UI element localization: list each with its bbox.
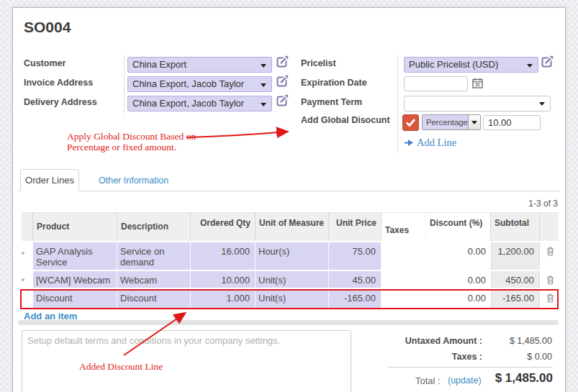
add-line-link[interactable]: Add Line	[417, 137, 456, 149]
pager: 1-3 of 3	[432, 199, 558, 209]
chevron-down-icon	[261, 64, 266, 68]
delete-row-icon[interactable]	[546, 246, 555, 256]
open-delivery-address-icon[interactable]	[276, 94, 289, 106]
cell-product[interactable]: [WCAM] Webcam	[33, 271, 117, 288]
pricelist-select[interactable]: Public Pricelist (USD)	[404, 57, 538, 73]
order-line-row-2[interactable]: [WCAM] Webcam Webcam 10.000 Unit(s) 45.0…	[22, 271, 559, 288]
cell-uom[interactable]: Unit(s)	[256, 271, 329, 288]
col-subtotal: Subtotal	[491, 212, 540, 241]
discount-type-value: Percentage	[423, 115, 468, 129]
customer-value: China Export	[132, 59, 186, 70]
col-description: Description	[117, 212, 191, 241]
add-line-arrow-icon	[405, 139, 414, 147]
tab-bar-border	[18, 191, 559, 191]
page-title: SO004	[24, 19, 71, 36]
table-header-row: Product Description Ordered Qty Unit of …	[22, 212, 559, 241]
cell-subtotal: 1,200.00	[491, 242, 540, 270]
delivery-address-label: Delivery Address	[24, 97, 97, 107]
cell-price[interactable]: 45.00	[329, 271, 381, 288]
cell-taxes[interactable]	[381, 242, 426, 270]
total-label: Total :	[415, 375, 441, 386]
cell-product[interactable]: GAP Analysis Service	[33, 242, 117, 270]
delivery-address-select[interactable]: China Export, Jacob Taylor	[127, 96, 272, 111]
cell-description[interactable]: Service on demand	[117, 242, 191, 270]
pricelist-value: Public Pricelist (USD)	[409, 59, 498, 70]
cell-description[interactable]: Webcam	[117, 271, 191, 288]
delete-row-icon[interactable]	[546, 275, 555, 285]
invoice-address-label: Invoice Address	[24, 78, 93, 88]
cell-price[interactable]: 75.00	[329, 242, 381, 270]
drag-handle[interactable]	[22, 242, 33, 270]
col-discount: Discount (%)	[426, 212, 491, 241]
col-product: Product	[33, 212, 117, 241]
terms-placeholder: Setup default terms and conditions in yo…	[27, 335, 280, 346]
discount-amount-input[interactable]: 10.00	[483, 115, 541, 130]
taxes-label: Taxes :	[338, 352, 482, 362]
chevron-down-icon[interactable]	[468, 115, 480, 129]
tab-order-lines[interactable]: Order Lines	[20, 169, 79, 191]
untaxed-amount-label: Untaxed Amount :	[338, 336, 482, 346]
right-group-separator	[397, 55, 398, 153]
taxes-value: $ 0.00	[489, 352, 552, 362]
payment-term-label: Payment Term	[301, 97, 362, 107]
discount-type-select[interactable]: Percentage	[422, 114, 481, 130]
customer-label: Customer	[24, 58, 66, 68]
total-value: $ 1,485.00	[461, 371, 553, 386]
col-unit-price: Unit Price	[329, 212, 381, 241]
payment-term-select[interactable]	[404, 96, 551, 111]
open-pricelist-icon[interactable]	[541, 55, 554, 68]
cell-discount[interactable]: 0.00	[426, 271, 491, 288]
annotation-discount-line: Added Discount Line	[79, 361, 163, 372]
untaxed-amount-value: $ 1,485.00	[489, 336, 552, 346]
cell-qty[interactable]: 16.000	[191, 242, 256, 270]
chevron-down-icon	[539, 102, 545, 106]
add-global-discount-label: Add Global Disocunt	[301, 115, 390, 125]
cell-taxes[interactable]	[381, 271, 426, 288]
section-divider	[18, 320, 559, 325]
highlight-rectangle	[20, 289, 559, 309]
col-unit-of-measure: Unit of Measure	[256, 212, 329, 241]
expiration-date-label: Expiration Date	[301, 78, 367, 88]
order-line-row-1[interactable]: GAP Analysis Service Service on demand 1…	[22, 242, 559, 270]
delivery-address-value: China Export, Jacob Taylor	[132, 98, 244, 109]
chevron-down-icon	[261, 83, 266, 87]
drag-handle[interactable]	[22, 271, 33, 288]
invoice-address-value: China Export, Jacob Taylor	[132, 78, 244, 89]
calendar-icon[interactable]	[472, 78, 483, 88]
chevron-down-icon	[527, 64, 533, 68]
col-ordered-qty: Ordered Qty	[191, 212, 256, 241]
cell-subtotal: 450.00	[491, 271, 540, 288]
invoice-address-select[interactable]: China Export, Jacob Taylor	[127, 76, 272, 92]
col-taxes: Taxes	[381, 212, 426, 241]
cell-uom[interactable]: Hour(s)	[256, 242, 329, 270]
customer-select[interactable]: China Export	[127, 57, 272, 73]
tab-other-information[interactable]: Other Information	[99, 176, 168, 186]
expiration-date-input[interactable]	[404, 76, 468, 91]
open-invoice-address-icon[interactable]	[276, 74, 289, 87]
cell-discount[interactable]: 0.00	[426, 242, 491, 270]
open-customer-icon[interactable]	[276, 55, 289, 68]
global-discount-checkbox[interactable]	[402, 114, 419, 131]
chevron-down-icon	[261, 103, 266, 106]
annotation-global-discount: Apply Global Discount Based on Percentag…	[67, 131, 196, 152]
cell-qty[interactable]: 10.000	[191, 271, 256, 288]
check-icon	[403, 115, 418, 130]
pricelist-label: Pricelist	[301, 58, 336, 68]
left-group-separator	[124, 55, 125, 114]
totals-divider	[387, 367, 553, 368]
discount-amount-value: 10.00	[488, 117, 512, 128]
